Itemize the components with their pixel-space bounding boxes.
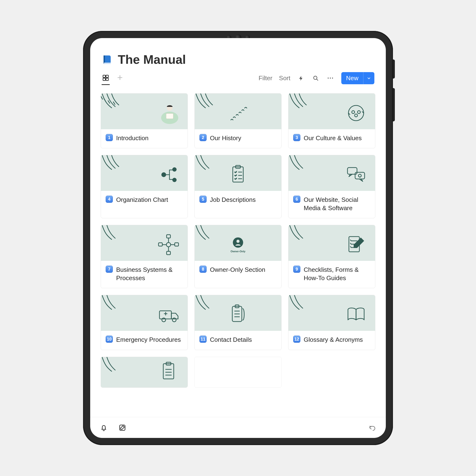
card-cover: [289, 155, 375, 191]
leaves-decoration-icon: [101, 94, 144, 115]
screen: The Manual Filter Sort: [90, 38, 386, 438]
svg-rect-24: [167, 251, 170, 255]
bolt-icon[interactable]: [297, 74, 305, 82]
svg-rect-1: [104, 63, 111, 64]
svg-point-16: [172, 178, 177, 182]
svg-rect-17: [233, 167, 243, 182]
card-title: Business Systems & Processes: [116, 266, 183, 282]
toolbar: Filter Sort ··· New: [90, 71, 386, 85]
team-cycle-icon: [344, 101, 368, 125]
undo-icon[interactable]: [368, 424, 376, 432]
leaves-decoration-icon: [101, 357, 144, 378]
ambulance-icon: [157, 303, 180, 326]
gallery-card[interactable]: 6 Our Website, Social Media & Software: [288, 155, 375, 218]
card-cover: [101, 295, 187, 331]
filter-button[interactable]: Filter: [259, 74, 272, 82]
card-title: Organization Chart: [116, 196, 168, 204]
gallery-view-icon[interactable]: [102, 71, 110, 85]
gallery-card[interactable]: 7 Business Systems & Processes: [101, 225, 188, 288]
number-badge: 1: [106, 134, 113, 141]
number-badge: 3: [293, 134, 300, 141]
leaves-decoration-icon: [101, 295, 144, 317]
gallery-card[interactable]: [101, 357, 188, 388]
page-header: The Manual: [90, 38, 386, 71]
number-badge: 6: [293, 196, 300, 203]
chevron-down-icon[interactable]: [363, 72, 374, 84]
ipad-frame: The Manual Filter Sort: [83, 31, 393, 445]
card-title-row: 8 Owner-Only Section: [195, 261, 281, 280]
svg-point-22: [166, 242, 171, 247]
svg-point-31: [162, 318, 166, 322]
card-title: Checklists, Forms & How-To Guides: [304, 266, 370, 282]
leaves-decoration-icon: [289, 155, 331, 177]
gallery-card-empty[interactable]: [194, 357, 282, 388]
org-chart-icon: [157, 163, 180, 187]
svg-point-28: [237, 240, 240, 243]
svg-point-11: [352, 111, 355, 114]
card-cover: [289, 295, 375, 331]
card-cover: Owner-Only: [195, 225, 281, 261]
leaves-decoration-icon: [289, 94, 331, 115]
gallery-card[interactable]: 9 Checklists, Forms & How-To Guides: [288, 225, 375, 288]
svg-rect-0: [103, 55, 105, 64]
svg-rect-25: [158, 243, 162, 246]
card-title: Emergency Procedures: [116, 336, 181, 344]
gallery-card[interactable]: 4 Organization Chart: [101, 155, 188, 218]
tablet-side-button: [393, 60, 395, 79]
chat-bubbles-icon: [344, 163, 368, 187]
card-title: Owner-Only Section: [210, 266, 265, 274]
number-badge: 10: [106, 336, 113, 343]
owner-only-caption: Owner-Only: [231, 250, 245, 253]
new-button[interactable]: New: [341, 72, 374, 84]
card-title: Glossary & Acronyms: [304, 336, 363, 344]
svg-point-10: [348, 105, 364, 121]
gallery-card[interactable]: 2 Our History: [194, 93, 282, 148]
gallery-card[interactable]: Owner-Only 8 Owner-Only Section: [194, 225, 282, 288]
svg-rect-4: [103, 78, 105, 81]
card-title: Our History: [210, 134, 241, 142]
gallery-card[interactable]: 11 Contact Details: [194, 295, 282, 350]
app: The Manual Filter Sort: [90, 38, 386, 438]
svg-point-13: [355, 114, 357, 117]
gallery-card[interactable]: 3 Our Culture & Values: [288, 93, 375, 148]
leaves-decoration-icon: [289, 295, 331, 317]
gallery-card[interactable]: 12 Glossary & Acronyms: [288, 295, 375, 350]
compose-icon[interactable]: [118, 424, 126, 432]
svg-point-15: [172, 167, 177, 171]
gallery-card[interactable]: 5 Job Descriptions: [194, 155, 282, 218]
open-book-icon: [344, 303, 368, 326]
book-icon: [102, 54, 113, 65]
gallery-card[interactable]: 1 Introduction: [101, 93, 188, 148]
gallery-card[interactable]: 10 Emergency Procedures: [101, 295, 188, 350]
svg-point-32: [172, 318, 176, 322]
number-badge: 9: [293, 266, 300, 273]
bell-icon[interactable]: [100, 424, 108, 432]
card-cover: [101, 155, 187, 191]
card-cover: [101, 225, 187, 261]
card-title: Our Culture & Values: [304, 134, 362, 142]
card-title-row: 12 Glossary & Acronyms: [289, 331, 375, 350]
number-badge: 8: [200, 266, 206, 273]
add-view-button[interactable]: [117, 74, 123, 82]
leaves-decoration-icon: [289, 225, 331, 247]
person-reading-icon: [157, 101, 180, 125]
leaves-decoration-icon: [101, 225, 144, 247]
sort-button[interactable]: Sort: [279, 74, 290, 82]
svg-rect-35: [163, 364, 174, 379]
search-icon[interactable]: [312, 74, 320, 82]
footprints-icon: [226, 101, 250, 125]
owner-only-icon: Owner-Only: [226, 233, 250, 256]
page-title: The Manual: [118, 52, 186, 67]
card-cover: [101, 94, 187, 129]
svg-rect-3: [106, 75, 108, 78]
card-cover: [101, 357, 187, 388]
new-button-label: New: [341, 72, 363, 84]
gallery: 1 Introduction 2: [90, 85, 386, 417]
card-title: Job Descriptions: [210, 196, 255, 204]
card-title: Our Website, Social Media & Software: [304, 196, 370, 212]
card-title-row: 2 Our History: [195, 129, 281, 148]
svg-rect-2: [103, 75, 105, 78]
number-badge: 2: [200, 134, 206, 141]
more-icon[interactable]: ···: [326, 74, 335, 82]
card-cover: [195, 155, 281, 191]
